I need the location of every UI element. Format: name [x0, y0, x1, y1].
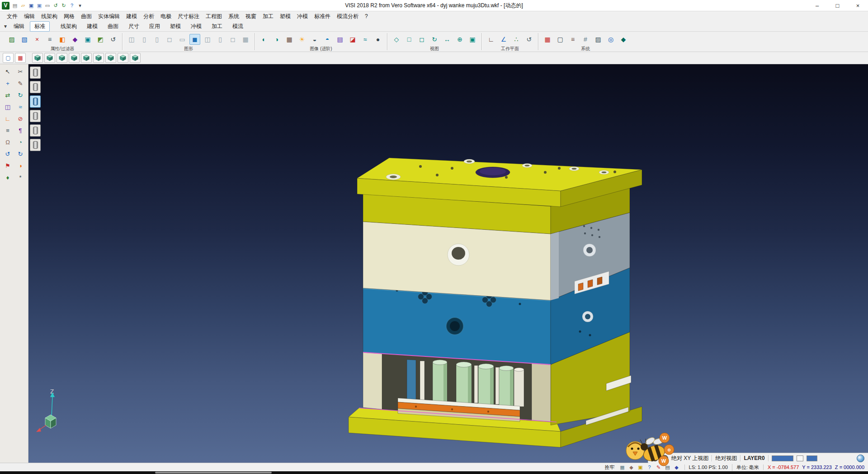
mirror-icon[interactable]: ◫	[2, 101, 13, 112]
monitor-settings-icon[interactable]: ▢	[555, 34, 566, 45]
grid-icon[interactable]: #	[580, 34, 591, 45]
magnifier-icon[interactable]	[661, 455, 668, 462]
lock-toggle[interactable]: 拴牢	[605, 464, 615, 471]
system-3d-icon[interactable]: ◆	[618, 34, 629, 45]
database-icon[interactable]: ≡	[567, 34, 578, 45]
element-filter-icon[interactable]: ▣	[82, 34, 93, 45]
close-button[interactable]: ×	[848, 0, 868, 11]
view-zoom-icon[interactable]: ⊕	[454, 34, 465, 45]
menu-item-11[interactable]: 系统	[225, 12, 242, 21]
render-config-icon[interactable]: ▦	[15, 53, 26, 63]
help-quick-icon[interactable]: ?	[68, 2, 75, 9]
edge-color-swatch[interactable]	[807, 455, 817, 461]
visibility-filter-2[interactable]	[30, 81, 41, 93]
hidden-line-view-icon[interactable]: ▯	[215, 34, 226, 45]
menu-item-1[interactable]: 编辑	[21, 12, 38, 21]
tab-2[interactable]: 线架构	[56, 21, 81, 32]
taskbar-thumb[interactable]	[155, 472, 272, 474]
tab-4[interactable]: 曲面	[103, 21, 123, 32]
attribute-copy-icon[interactable]: ▧	[19, 34, 30, 45]
palette-icon[interactable]: ◑	[15, 160, 26, 171]
snap-toggle-icon[interactable]: ▣	[637, 464, 644, 470]
undo-history-icon[interactable]: ↺	[2, 148, 13, 159]
cube-icon[interactable]: ◆	[673, 464, 680, 470]
save-all-icon[interactable]: ▣	[36, 2, 43, 9]
view-cube-dimetric-icon[interactable]	[118, 53, 128, 63]
pin-icon[interactable]: ♦	[2, 172, 13, 183]
hatch-icon[interactable]: ▨	[593, 34, 604, 45]
visibility-filter-4[interactable]	[30, 110, 41, 122]
view-cube-left-icon[interactable]	[81, 53, 92, 63]
view-front-icon[interactable]: ◻	[416, 34, 427, 45]
tab-0[interactable]: 编辑	[9, 21, 29, 32]
menu-item-18[interactable]: ?	[362, 12, 371, 20]
maximize-button[interactable]: □	[827, 0, 848, 11]
visibility-filter-3[interactable]	[30, 95, 41, 108]
redo-history-icon[interactable]: ↻	[15, 148, 26, 159]
new-document-icon[interactable]: ▤	[11, 2, 19, 9]
color-filter-icon[interactable]: ◧	[57, 34, 68, 45]
visibility-filter-6[interactable]	[30, 139, 41, 151]
query-icon[interactable]: ?	[646, 464, 653, 470]
table-icon[interactable]: ▤	[664, 464, 671, 470]
zoom-previous-icon[interactable]: ▭	[177, 34, 188, 45]
active-layer-label[interactable]: LAYER0	[744, 455, 764, 461]
view-rotate-icon[interactable]: ↻	[429, 34, 440, 45]
attributes-icon[interactable]: ▨	[6, 34, 17, 45]
tabbar-dropdown-icon[interactable]: ▾	[2, 23, 9, 29]
menu-item-7[interactable]: 分析	[140, 12, 157, 21]
multi-view-icon[interactable]: ▦	[240, 34, 251, 45]
annotation-icon[interactable]: ✎	[655, 464, 662, 470]
regen-icon[interactable]: ▯	[139, 34, 150, 45]
analysis-icon[interactable]: ≈	[360, 34, 371, 45]
grid-toggle-icon[interactable]: ▦	[619, 464, 626, 470]
erase-icon[interactable]: ⊘	[15, 113, 26, 124]
view-iso-icon[interactable]: ◇	[391, 34, 402, 45]
menu-item-16[interactable]: 标准件	[311, 12, 334, 21]
offset-icon[interactable]: ≈	[15, 101, 26, 112]
magnet-icon[interactable]: Ω	[2, 137, 13, 147]
view-mode-label[interactable]: 绝对视图	[715, 455, 737, 462]
tab-5[interactable]: 尺寸	[124, 21, 144, 32]
menu-item-10[interactable]: 工程图	[203, 12, 225, 21]
view-cube-back-icon[interactable]	[69, 53, 80, 63]
menu-item-15[interactable]: 冲模	[294, 12, 311, 21]
render-sphere-icon[interactable]: ●	[373, 34, 383, 45]
clip-plane-icon[interactable]: ◪	[347, 34, 358, 45]
shading-advanced-icon[interactable]: ◐	[259, 34, 269, 45]
view-cube-top-icon[interactable]	[44, 53, 55, 63]
line-color-swatch[interactable]	[772, 455, 793, 461]
menu-item-4[interactable]: 曲面	[78, 12, 95, 21]
measure-icon[interactable]: ∟	[2, 113, 13, 124]
move-icon[interactable]: ⇄	[2, 90, 13, 100]
menu-item-6[interactable]: 建模	[123, 12, 140, 21]
save-icon[interactable]: ▣	[28, 2, 35, 9]
select-arrow-icon[interactable]: ↖	[2, 66, 13, 77]
shaded-view-icon[interactable]: ◼	[189, 34, 200, 45]
view-pan-icon[interactable]: ↔	[442, 34, 453, 45]
tab-8[interactable]: 冲模	[186, 21, 206, 32]
section-view-icon[interactable]: ◻	[227, 34, 238, 45]
view-top-icon[interactable]: □	[404, 34, 415, 45]
units-readout[interactable]: 单位: 毫米	[732, 464, 759, 471]
transparency-icon[interactable]: ◑	[271, 34, 282, 45]
texture-icon[interactable]: ▦	[284, 34, 295, 45]
menu-item-0[interactable]: 文件	[4, 12, 21, 21]
reflection-icon[interactable]: ◓	[322, 34, 333, 45]
snap-point-icon[interactable]: +	[2, 78, 13, 89]
shadow-icon[interactable]: ◒	[309, 34, 320, 45]
workplane-view-icon[interactable]: ∠	[498, 34, 509, 45]
settings-icon[interactable]: *	[15, 172, 26, 183]
tab-1[interactable]: 标准	[30, 21, 50, 32]
viewport-3d[interactable]	[28, 64, 868, 463]
view-fit-icon[interactable]: ▣	[467, 34, 478, 45]
color-table-icon[interactable]: ▦	[542, 34, 553, 45]
menu-item-13[interactable]: 加工	[259, 12, 277, 21]
workplane-3point-icon[interactable]: ∴	[511, 34, 522, 45]
sketch-pencil-icon[interactable]: ✎	[15, 78, 26, 89]
tab-9[interactable]: 加工	[207, 21, 227, 32]
tab-6[interactable]: 应用	[145, 21, 165, 32]
globe-icon[interactable]	[857, 455, 864, 462]
zoom-extents-icon[interactable]: ▯	[151, 34, 162, 45]
fill-color-swatch[interactable]	[797, 455, 803, 461]
